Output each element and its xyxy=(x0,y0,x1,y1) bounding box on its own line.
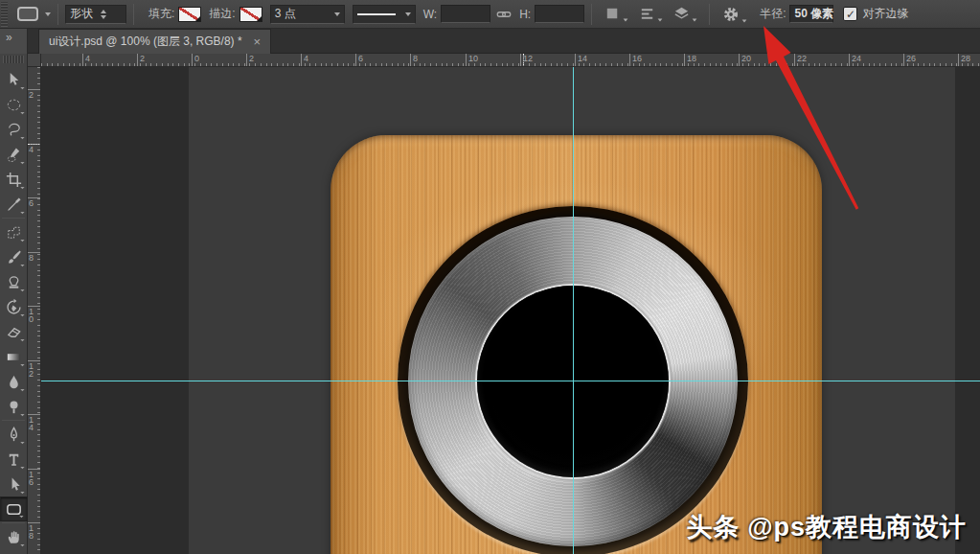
ruler-label: 12 xyxy=(523,54,533,63)
ruler-label: 22 xyxy=(797,54,807,63)
watermark-brand: 头条 xyxy=(686,513,740,542)
separator xyxy=(709,4,710,25)
tool-crop[interactable] xyxy=(0,167,28,192)
rounded-rectangle-preset-icon xyxy=(17,7,38,21)
canvas-viewport[interactable]: 头条@ps教程电商设计 xyxy=(41,67,980,554)
chevron-down-icon xyxy=(45,12,51,16)
tool-eraser[interactable] xyxy=(0,319,28,344)
ruler-label: 6 xyxy=(29,199,34,207)
height-input[interactable] xyxy=(535,5,584,23)
tool-zoom[interactable] xyxy=(0,549,28,554)
ruler-label: 4 xyxy=(85,54,90,63)
ruler-label: 10 xyxy=(468,54,478,63)
tool-group-separator xyxy=(2,522,25,523)
tools-panel-gripper xyxy=(3,56,24,63)
tool-hand[interactable] xyxy=(0,524,28,549)
ruler-label: 2 xyxy=(140,54,145,63)
chevron-down-icon xyxy=(624,18,628,21)
tool-options-bar: 形状 填充: 描边: 3 点 W: H: xyxy=(0,0,980,29)
tool-preset-button[interactable] xyxy=(17,7,51,21)
stroke-width-value: 3 点 xyxy=(275,6,296,22)
tool-eyedropper[interactable] xyxy=(0,192,28,217)
wood-speaker-panel-artwork xyxy=(330,135,822,554)
fill-none-swatch[interactable] xyxy=(178,7,201,22)
ruler-corner[interactable] xyxy=(28,54,41,67)
link-icon xyxy=(495,6,513,23)
tool-move[interactable] xyxy=(0,67,28,92)
arrange-icon xyxy=(672,5,691,23)
ruler-label: 26 xyxy=(906,54,916,63)
align-edges-checkbox[interactable]: ✓ xyxy=(843,7,857,21)
stroke-none-swatch[interactable] xyxy=(239,7,262,22)
tool-history-brush[interactable] xyxy=(0,294,28,319)
ruler-label: 4 xyxy=(304,54,308,63)
path-operations-button[interactable] xyxy=(604,5,628,23)
tool-quick-select[interactable] xyxy=(0,142,28,167)
double-chevron-icon: » xyxy=(6,31,12,44)
ruler-label: 20 xyxy=(741,54,751,63)
chevron-down-icon xyxy=(405,12,411,16)
tool-path-select[interactable] xyxy=(0,472,28,496)
horizontal-guide[interactable] xyxy=(41,381,980,381)
shape-mode-select[interactable]: 形状 xyxy=(65,5,126,24)
tool-type[interactable] xyxy=(0,447,28,472)
ruler-label: 6 xyxy=(358,54,363,63)
tools-panel-collapse-button[interactable]: » xyxy=(0,29,28,54)
document-tab[interactable]: ui设计.psd @ 100% (图层 3, RGB/8) * × xyxy=(38,29,271,54)
ruler-label: 24 xyxy=(852,54,861,63)
options-bar-gripper[interactable] xyxy=(1,2,8,27)
separator xyxy=(57,4,58,25)
width-label: W: xyxy=(423,8,437,21)
chevron-down-icon xyxy=(195,16,200,21)
horizontal-ruler[interactable]: 420246810121416182022242628 xyxy=(41,54,980,67)
ruler-label: 8 xyxy=(413,54,418,63)
stroke-type-select[interactable] xyxy=(353,5,416,24)
width-input[interactable] xyxy=(441,5,490,23)
tool-marquee-ellipse[interactable] xyxy=(0,92,28,117)
vertical-guide[interactable] xyxy=(573,67,574,554)
path-operations-icon xyxy=(604,5,622,23)
line-style-sample xyxy=(357,13,396,15)
ruler-label: 28 xyxy=(961,54,970,63)
link-dimensions-button[interactable] xyxy=(495,6,513,23)
close-icon[interactable]: × xyxy=(254,35,262,49)
vertical-ruler[interactable]: 24681012141618 xyxy=(28,67,41,554)
ruler-label: 2 xyxy=(249,54,254,63)
chevron-down-icon xyxy=(257,16,262,21)
ruler-label: 4 xyxy=(29,146,34,153)
shape-mode-value: 形状 xyxy=(70,6,93,22)
ruler-label: 2 xyxy=(29,91,34,99)
tool-blur[interactable] xyxy=(0,369,28,394)
align-icon xyxy=(638,5,656,23)
stroke-width-select[interactable]: 3 点 xyxy=(270,5,345,24)
path-alignment-button[interactable] xyxy=(638,5,663,23)
gear-icon xyxy=(721,5,741,24)
align-edges-label: 对齐边缘 xyxy=(862,6,908,22)
tool-gradient[interactable] xyxy=(0,344,28,369)
document-tab-title: ui设计.psd @ 100% (图层 3, RGB/8) * xyxy=(49,34,242,50)
checkmark-icon: ✓ xyxy=(846,8,855,21)
radius-label: 半径: xyxy=(760,6,786,22)
tool-brush[interactable] xyxy=(0,244,28,269)
chevron-down-icon xyxy=(334,12,340,16)
tool-lasso[interactable] xyxy=(0,117,28,142)
radius-input[interactable]: 50 像素 xyxy=(789,5,833,23)
ruler-label: 0 xyxy=(194,54,199,63)
tool-clone-stamp[interactable] xyxy=(0,269,28,294)
ruler-label: 14 xyxy=(29,416,34,431)
updown-arrows-icon xyxy=(101,10,106,19)
ruler-label: 16 xyxy=(632,54,642,63)
tool-patch[interactable] xyxy=(0,219,28,244)
tools-panel xyxy=(0,54,28,554)
geometry-options-button[interactable] xyxy=(721,5,747,24)
tool-pen[interactable] xyxy=(0,422,28,447)
ruler-label: 18 xyxy=(29,524,34,540)
tool-group-separator xyxy=(2,420,25,421)
chevron-down-icon xyxy=(693,18,697,21)
tool-rounded-rectangle[interactable] xyxy=(0,496,28,521)
fill-label: 填充: xyxy=(148,6,174,22)
path-arrangement-button[interactable] xyxy=(672,5,697,23)
tool-dodge[interactable] xyxy=(0,394,28,419)
document-canvas[interactable] xyxy=(189,67,955,554)
ruler-label: 12 xyxy=(29,362,34,378)
